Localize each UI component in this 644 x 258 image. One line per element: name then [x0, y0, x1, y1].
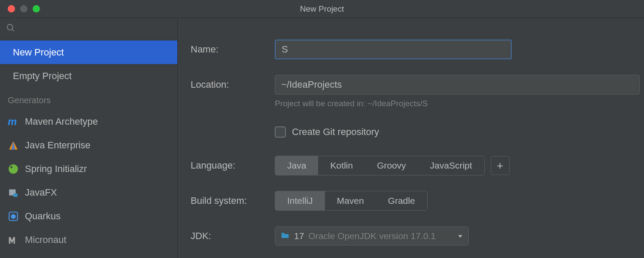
window-controls	[8, 5, 40, 12]
spring-icon	[8, 163, 19, 175]
sidebar-item-label: Empty Project	[13, 71, 72, 82]
sidebar-item-empty-project[interactable]: Empty Project	[0, 64, 177, 88]
svg-marker-9	[11, 214, 16, 219]
language-group: Java Kotlin Groovy JavaScript	[275, 156, 485, 175]
javafx-icon	[8, 187, 19, 198]
close-window-button[interactable]	[8, 5, 15, 12]
plus-icon: +	[497, 159, 503, 172]
location-hint: Project will be created in: ~/IdeaProjec…	[275, 99, 644, 108]
search-icon	[6, 23, 15, 35]
titlebar: New Project	[0, 0, 644, 18]
jdk-description: Oracle OpenJDK version 17.0.1	[308, 231, 435, 241]
minimize-window-button[interactable]	[20, 5, 27, 12]
main-form: Name: Location: Project will be created …	[178, 18, 644, 258]
language-label: Language:	[191, 160, 275, 171]
jdk-label: JDK:	[191, 230, 275, 242]
add-language-button[interactable]: +	[491, 156, 510, 175]
jdk-select[interactable]: 17 Oracle OpenJDK version 17.0.1	[275, 227, 469, 246]
build-option-intellij[interactable]: IntelliJ	[275, 191, 325, 210]
java-ee-icon	[8, 140, 19, 151]
sidebar-item-javafx[interactable]: JavaFX	[0, 181, 177, 204]
sidebar-item-label: Java Enterprise	[25, 140, 91, 151]
sidebar-item-label: Maven Archetype	[25, 116, 98, 127]
sidebar-item-micronaut[interactable]: Micronaut	[0, 228, 177, 252]
svg-rect-7	[13, 194, 18, 197]
location-label: Location:	[191, 79, 275, 90]
svg-point-0	[7, 25, 13, 30]
maven-icon: m	[8, 116, 19, 127]
maximize-window-button[interactable]	[33, 5, 40, 12]
location-input[interactable]	[275, 75, 640, 95]
sidebar-item-maven-archetype[interactable]: m Maven Archetype	[0, 110, 177, 133]
sidebar-item-spring-initializr[interactable]: Spring Initializr	[0, 157, 177, 181]
svg-point-6	[10, 166, 12, 168]
language-option-javascript[interactable]: JavaScript	[418, 156, 484, 175]
sidebar-item-label: Quarkus	[25, 211, 61, 222]
quarkus-icon	[8, 211, 19, 222]
generators-header: Generators	[0, 88, 177, 110]
build-system-label: Build system:	[191, 195, 275, 206]
name-input[interactable]	[275, 40, 512, 59]
sidebar-item-quarkus[interactable]: Quarkus	[0, 204, 177, 228]
window-title: New Project	[300, 4, 344, 14]
create-git-label: Create Git repository	[292, 126, 379, 138]
sidebar-item-label: Micronaut	[25, 234, 67, 246]
name-label: Name:	[191, 44, 275, 55]
build-option-maven[interactable]: Maven	[325, 191, 376, 210]
micronaut-icon	[8, 234, 19, 246]
folder-icon	[280, 230, 290, 242]
svg-point-5	[9, 164, 18, 174]
jdk-version: 17	[294, 231, 304, 241]
svg-line-1	[12, 29, 14, 31]
sidebar-item-label: JavaFX	[25, 187, 57, 198]
sidebar-item-label: Spring Initializr	[25, 163, 87, 175]
sidebar: New Project Empty Project Generators m M…	[0, 18, 178, 258]
svg-marker-10	[458, 235, 462, 237]
sidebar-search[interactable]	[0, 18, 177, 40]
language-option-kotlin[interactable]: Kotlin	[318, 156, 365, 175]
build-option-gradle[interactable]: Gradle	[376, 191, 427, 210]
create-git-checkbox[interactable]	[275, 126, 286, 138]
sidebar-item-new-project[interactable]: New Project	[0, 40, 177, 64]
chevron-down-icon	[457, 231, 463, 241]
sidebar-item-java-enterprise[interactable]: Java Enterprise	[0, 133, 177, 157]
build-system-group: IntelliJ Maven Gradle	[275, 191, 428, 211]
sidebar-item-label: New Project	[13, 47, 64, 58]
svg-text:m: m	[8, 116, 17, 127]
language-option-java[interactable]: Java	[275, 156, 318, 175]
language-option-groovy[interactable]: Groovy	[365, 156, 418, 175]
